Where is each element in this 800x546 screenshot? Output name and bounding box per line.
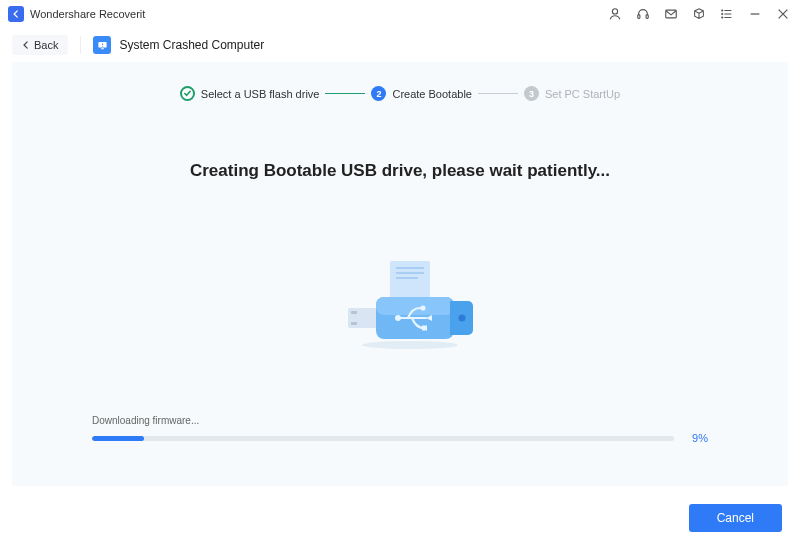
step-3-label: Set PC StartUp — [545, 88, 620, 100]
title-bar: Wondershare Recoverit — [0, 0, 800, 28]
monitor-alert-icon — [97, 40, 108, 51]
stepper: Select a USB flash drive 2 Create Bootab… — [12, 86, 788, 101]
step-3: 3 Set PC StartUp — [524, 86, 620, 101]
app-logo — [8, 6, 24, 22]
svg-rect-13 — [396, 277, 418, 279]
step-1-circle — [180, 86, 195, 101]
svg-rect-16 — [351, 322, 357, 325]
breadcrumb: System Crashed Computer — [80, 36, 264, 54]
sub-header: Back System Crashed Computer — [0, 28, 800, 62]
svg-point-9 — [102, 45, 103, 46]
minimize-icon[interactable] — [748, 7, 762, 21]
usb-illustration — [12, 261, 788, 351]
check-icon — [183, 89, 192, 98]
svg-rect-11 — [396, 267, 424, 269]
back-label: Back — [34, 39, 58, 51]
headset-icon[interactable] — [636, 7, 650, 21]
list-icon[interactable] — [720, 7, 734, 21]
progress-percent: 9% — [684, 432, 708, 444]
svg-rect-2 — [646, 15, 648, 19]
title-bar-right — [608, 7, 790, 21]
close-icon[interactable] — [776, 7, 790, 21]
svg-rect-10 — [390, 261, 430, 299]
back-button[interactable]: Back — [12, 35, 68, 55]
breadcrumb-label: System Crashed Computer — [119, 38, 264, 52]
step-2-label: Create Bootable — [392, 88, 472, 100]
user-icon[interactable] — [608, 7, 622, 21]
svg-point-21 — [420, 305, 425, 310]
app-title: Wondershare Recoverit — [30, 8, 145, 20]
page-title: Creating Bootable USB drive, please wait… — [12, 161, 788, 181]
svg-point-23 — [362, 341, 458, 349]
svg-point-0 — [612, 9, 617, 14]
step-1-label: Select a USB flash drive — [201, 88, 320, 100]
step-2-circle: 2 — [371, 86, 386, 101]
step-line-2 — [478, 93, 518, 94]
svg-point-6 — [721, 17, 722, 18]
svg-point-4 — [721, 10, 722, 11]
arrow-left-icon — [11, 9, 21, 19]
package-icon[interactable] — [692, 7, 706, 21]
svg-rect-15 — [351, 311, 357, 314]
usb-drive-icon — [310, 261, 490, 351]
svg-point-19 — [459, 315, 466, 322]
svg-rect-8 — [101, 48, 104, 49]
svg-rect-18 — [376, 297, 454, 315]
title-bar-left: Wondershare Recoverit — [8, 6, 145, 22]
svg-point-5 — [721, 13, 722, 14]
svg-rect-12 — [396, 272, 424, 274]
progress-fill — [92, 436, 144, 441]
crashed-computer-icon — [93, 36, 111, 54]
footer: Cancel — [689, 504, 782, 532]
step-1: Select a USB flash drive — [180, 86, 320, 101]
cancel-button[interactable]: Cancel — [689, 504, 782, 532]
step-3-circle: 3 — [524, 86, 539, 101]
progress-area: Downloading firmware... 9% — [92, 415, 708, 444]
progress-bar — [92, 436, 674, 441]
step-2: 2 Create Bootable — [371, 86, 472, 101]
chevron-left-icon — [22, 41, 30, 49]
progress-status: Downloading firmware... — [92, 415, 708, 426]
progress-row: 9% — [92, 432, 708, 444]
svg-rect-1 — [638, 15, 640, 19]
svg-rect-22 — [422, 326, 427, 331]
main-panel: Select a USB flash drive 2 Create Bootab… — [12, 62, 788, 486]
step-line-1 — [325, 93, 365, 95]
mail-icon[interactable] — [664, 7, 678, 21]
